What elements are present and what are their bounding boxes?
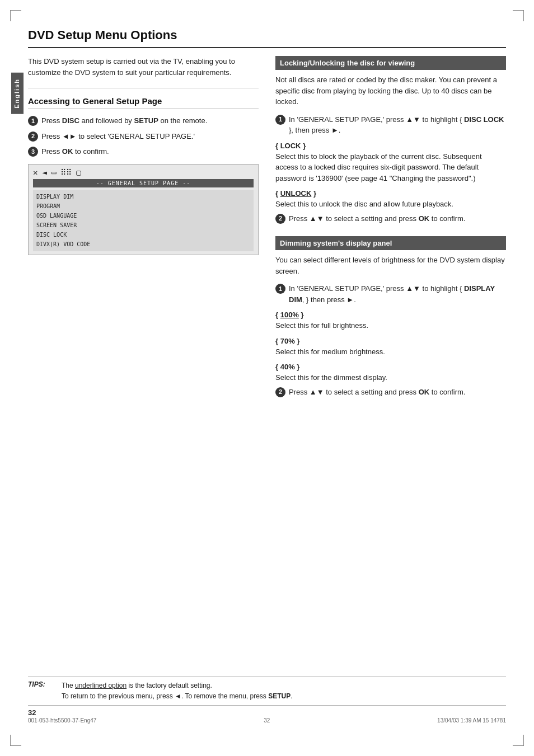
step-2-text: Press ◄► to select 'GENERAL SETUP PAGE.' bbox=[41, 131, 259, 142]
page-number: 32 bbox=[28, 708, 36, 717]
section-lock-heading: Locking/Unlocking the disc for viewing bbox=[275, 56, 506, 70]
dim-step-1-num: 1 bbox=[275, 284, 285, 294]
language-tab: English bbox=[11, 73, 24, 114]
corner-tl bbox=[10, 10, 21, 21]
dim-step-1-text: In 'GENERAL SETUP PAGE,' press ▲▼ to hig… bbox=[289, 283, 506, 305]
menu-item-screen-saver: SCREEN SAVER bbox=[36, 220, 250, 230]
corner-br bbox=[513, 735, 524, 746]
option-lock-body: Select this to block the playback of the… bbox=[275, 151, 506, 184]
icon-left: ◄ bbox=[42, 168, 46, 177]
step-3-text: Press OK to confirm. bbox=[41, 146, 259, 157]
tips-line1: The underlined option is the factory def… bbox=[62, 680, 506, 691]
menu-item-program: PROGRAM bbox=[36, 201, 250, 211]
dim-step-2-text: Press ▲▼ to select a setting and press O… bbox=[289, 387, 506, 398]
lock-step-2: 2 Press ▲▼ to select a setting and press… bbox=[275, 213, 506, 224]
option-lock-label: { LOCK } bbox=[275, 142, 506, 150]
intro-text: This DVD system setup is carried out via… bbox=[28, 56, 259, 78]
option-70-body: Select this for medium brightness. bbox=[275, 346, 506, 358]
menu-header: -- GENERAL SETUP PAGE -- bbox=[33, 179, 254, 187]
icon-square: ▢ bbox=[76, 168, 81, 177]
page-title: DVD Setup Menu Options bbox=[28, 28, 506, 48]
menu-graphic: ✕ ◄ ▭ ⠿⠿ ▢ -- GENERAL SETUP PAGE -- DISP… bbox=[28, 164, 259, 255]
option-unlock-body: Select this to unlock the disc and allow… bbox=[275, 199, 506, 210]
menu-item-osd-language: OSD LANGUAGE bbox=[36, 211, 250, 220]
main-content: This DVD system setup is carried out via… bbox=[28, 56, 506, 410]
step-3: 3 Press OK to confirm. bbox=[28, 146, 259, 157]
footer-center: 32 bbox=[264, 717, 270, 724]
right-column: Locking/Unlocking the disc for viewing N… bbox=[275, 56, 506, 410]
step-1-number: 1 bbox=[28, 116, 38, 126]
tips-content: The underlined option is the factory def… bbox=[62, 680, 506, 702]
dim-step-2: 2 Press ▲▼ to select a setting and press… bbox=[275, 387, 506, 398]
icon-x: ✕ bbox=[33, 168, 38, 177]
lock-step-2-num: 2 bbox=[275, 214, 285, 224]
footer-right: 13/04/03 1:39 AM 15 14781 bbox=[437, 717, 506, 724]
dim-step-2-num: 2 bbox=[275, 387, 285, 397]
option-40-label: { 40% } bbox=[275, 363, 506, 371]
menu-item-divx: DIVX(R) VOD CODE bbox=[36, 240, 250, 249]
corner-tr bbox=[513, 10, 524, 21]
page-content: English DVD Setup Menu Options This DVD … bbox=[28, 28, 506, 728]
section-dim-intro: You can select different levels of brigh… bbox=[275, 255, 506, 276]
step-2-number: 2 bbox=[28, 132, 38, 142]
lock-step-2-text: Press ▲▼ to select a setting and press O… bbox=[289, 213, 506, 224]
step-3-number: 3 bbox=[28, 147, 38, 157]
icon-grid: ⠿⠿ bbox=[60, 168, 72, 177]
section-lock: Locking/Unlocking the disc for viewing N… bbox=[275, 56, 506, 224]
section-lock-intro: Not all discs are rated or coded by the … bbox=[275, 74, 506, 107]
option-unlock-label: { UNLOCK } bbox=[275, 189, 506, 198]
footer-line: 001-053-hts5500-37-Eng47 32 13/04/03 1:3… bbox=[28, 717, 506, 724]
dim-step-1: 1 In 'GENERAL SETUP PAGE,' press ▲▼ to h… bbox=[275, 283, 506, 305]
section-dim-heading: Dimming system's display panel bbox=[275, 236, 506, 250]
footer-left: 001-053-hts5500-37-Eng47 bbox=[28, 717, 96, 724]
tips-line2: To return to the previous menu, press ◄.… bbox=[62, 691, 506, 702]
step-1-text: Press DISC and followed by SETUP on the … bbox=[41, 115, 259, 126]
tips-label: TIPS: bbox=[28, 680, 56, 702]
icon-rect: ▭ bbox=[51, 168, 56, 177]
option-100-body: Select this for full brightness. bbox=[275, 320, 506, 331]
section-dim: Dimming system's display panel You can s… bbox=[275, 236, 506, 397]
tips-section: TIPS: The underlined option is the facto… bbox=[28, 677, 506, 706]
divider bbox=[28, 88, 259, 88]
menu-item-disc-lock: DISC LOCK bbox=[36, 230, 250, 240]
option-100-label: { 100% } bbox=[275, 311, 506, 319]
lock-step-1-text: In 'GENERAL SETUP PAGE,' press ▲▼ to hig… bbox=[289, 114, 506, 136]
step-2: 2 Press ◄► to select 'GENERAL SETUP PAGE… bbox=[28, 131, 259, 142]
section-heading: Accessing to General Setup Page bbox=[28, 96, 259, 109]
menu-item-display-dim: DISPLAY DIM bbox=[36, 192, 250, 201]
left-column: This DVD system setup is carried out via… bbox=[28, 56, 259, 262]
option-70-label: { 70% } bbox=[275, 337, 506, 345]
menu-icons: ✕ ◄ ▭ ⠿⠿ ▢ bbox=[33, 168, 254, 177]
option-40-body: Select this for the dimmest display. bbox=[275, 372, 506, 383]
corner-bl bbox=[10, 735, 21, 746]
lock-step-1: 1 In 'GENERAL SETUP PAGE,' press ▲▼ to h… bbox=[275, 114, 506, 136]
lock-step-1-num: 1 bbox=[275, 115, 285, 125]
menu-items-list: DISPLAY DIM PROGRAM OSD LANGUAGE SCREEN … bbox=[33, 190, 254, 251]
step-1: 1 Press DISC and followed by SETUP on th… bbox=[28, 115, 259, 126]
